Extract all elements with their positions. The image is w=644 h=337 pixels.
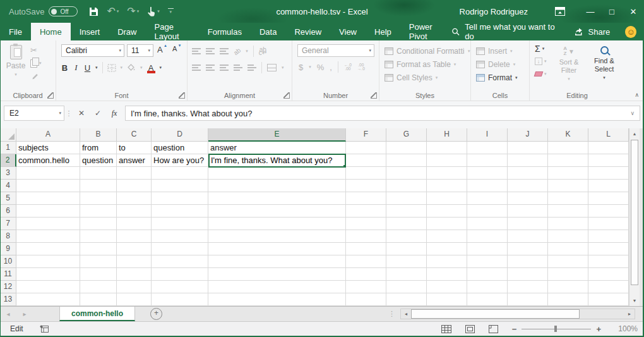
cut-button[interactable]: ✂ xyxy=(30,46,42,54)
fill-button[interactable]: ↓ ▾ xyxy=(535,57,547,66)
column-header-B[interactable]: B xyxy=(80,128,117,142)
bottom-align-button[interactable] xyxy=(220,48,229,55)
merge-center-button[interactable] xyxy=(267,64,277,71)
decrease-indent-button[interactable] xyxy=(234,64,242,71)
cell-I13[interactable] xyxy=(467,293,508,306)
middle-align-button[interactable] xyxy=(206,48,215,55)
collapse-ribbon-icon[interactable]: ∧ xyxy=(635,92,639,98)
cell-J5[interactable] xyxy=(508,192,548,205)
bold-button[interactable]: B xyxy=(61,63,68,73)
cell-F9[interactable] xyxy=(346,243,386,255)
cell-E10[interactable] xyxy=(208,255,346,268)
cell-D12[interactable] xyxy=(152,281,208,293)
row-header-1[interactable]: 1 xyxy=(0,142,16,154)
cell-C7[interactable] xyxy=(117,218,152,230)
cell-L7[interactable] xyxy=(588,218,629,230)
cell-C11[interactable] xyxy=(117,268,152,281)
customize-qat-button[interactable]: ▾ xyxy=(168,8,174,15)
cell-E4[interactable] xyxy=(208,180,346,192)
cell-I7[interactable] xyxy=(467,218,508,230)
cell-H3[interactable] xyxy=(427,167,467,180)
cell-A7[interactable] xyxy=(16,218,80,230)
formula-input[interactable]: I'm fine, thanks. What about you? ∨ xyxy=(125,106,640,121)
row-header-6[interactable]: 6 xyxy=(0,205,16,218)
zoom-out-button[interactable]: − xyxy=(512,324,517,334)
cell-C12[interactable] xyxy=(117,281,152,293)
cell-K6[interactable] xyxy=(548,205,588,218)
scroll-down-icon[interactable]: ▾ xyxy=(629,295,640,306)
cell-H1[interactable] xyxy=(427,142,467,154)
sort-filter-button[interactable]: AZ ▼ Sort & Filter ▾ xyxy=(552,44,585,83)
italic-button[interactable]: I xyxy=(73,63,80,73)
insert-function-button[interactable]: fx xyxy=(106,109,122,118)
select-all-button[interactable] xyxy=(0,128,16,142)
cell-I2[interactable] xyxy=(467,154,508,167)
ribbon-display-options-button[interactable] xyxy=(549,0,571,23)
shrink-font-button[interactable]: A▾ xyxy=(172,45,177,52)
copy-button[interactable]: ▾ xyxy=(30,59,42,68)
cancel-button[interactable]: ✕ xyxy=(73,109,90,118)
enter-button[interactable]: ✓ xyxy=(90,109,106,118)
horizontal-scrollbar[interactable]: ◂ ▸ xyxy=(400,309,635,319)
cell-E8[interactable] xyxy=(208,230,346,243)
row-header-8[interactable]: 8 xyxy=(0,230,16,243)
row-header-12[interactable]: 12 xyxy=(0,281,16,293)
cell-C10[interactable] xyxy=(117,255,152,268)
normal-view-button[interactable] xyxy=(441,325,451,333)
cell-H9[interactable] xyxy=(427,243,467,255)
horizontal-scrollbar-track[interactable] xyxy=(411,309,624,319)
next-sheet-icon[interactable]: ▸ xyxy=(16,307,33,321)
cell-G9[interactable] xyxy=(386,243,427,255)
column-header-K[interactable]: K xyxy=(548,128,588,142)
underline-button[interactable]: U xyxy=(84,63,91,73)
cell-J9[interactable] xyxy=(508,243,548,255)
delete-cells-button[interactable]: Delete ▾ xyxy=(471,58,529,71)
cell-J11[interactable] xyxy=(508,268,548,281)
align-left-button[interactable] xyxy=(192,64,201,71)
cell-D7[interactable] xyxy=(152,218,208,230)
cell-A2[interactable]: common.hello xyxy=(16,154,80,167)
tab-view[interactable]: View xyxy=(330,23,366,40)
new-sheet-button[interactable]: + xyxy=(150,308,162,320)
font-size-select[interactable]: 11 ▾ xyxy=(127,44,153,57)
font-color-button[interactable]: A xyxy=(147,63,155,73)
tab-page-layout[interactable]: Page Layout xyxy=(146,23,199,40)
cell-I12[interactable] xyxy=(467,281,508,293)
cell-L8[interactable] xyxy=(588,230,629,243)
cell-I6[interactable] xyxy=(467,205,508,218)
cell-B6[interactable] xyxy=(80,205,117,218)
clipboard-dialog-launcher[interactable] xyxy=(47,92,54,99)
cell-G2[interactable] xyxy=(386,154,427,167)
column-header-I[interactable]: I xyxy=(467,128,508,142)
cell-G7[interactable] xyxy=(386,218,427,230)
cell-L5[interactable] xyxy=(588,192,629,205)
cell-J8[interactable] xyxy=(508,230,548,243)
wrap-text-button[interactable]: abc↵ xyxy=(259,48,267,54)
cell-C5[interactable] xyxy=(117,192,152,205)
cell-L11[interactable] xyxy=(588,268,629,281)
cell-G11[interactable] xyxy=(386,268,427,281)
cell-J7[interactable] xyxy=(508,218,548,230)
cell-B4[interactable] xyxy=(80,180,117,192)
cell-D11[interactable] xyxy=(152,268,208,281)
conditional-formatting-button[interactable]: Conditional Formatting ▾ xyxy=(379,44,470,58)
cell-K2[interactable] xyxy=(548,154,588,167)
scroll-left-icon[interactable]: ◂ xyxy=(401,311,411,317)
name-box[interactable]: E2 ▾ xyxy=(4,106,64,121)
decrease-decimal-button[interactable]: .00→.0 xyxy=(357,63,365,71)
cell-F11[interactable] xyxy=(346,268,386,281)
cell-B11[interactable] xyxy=(80,268,117,281)
column-header-A[interactable]: A xyxy=(16,128,80,142)
font-dialog-launcher[interactable] xyxy=(179,92,185,99)
zoom-slider-thumb[interactable] xyxy=(554,326,557,332)
row-header-10[interactable]: 10 xyxy=(0,255,16,268)
cell-A1[interactable]: subjects xyxy=(16,142,80,154)
vertical-scrollbar[interactable]: ▴ ▾ xyxy=(629,128,640,306)
cell-H13[interactable] xyxy=(427,293,467,306)
cell-F7[interactable] xyxy=(346,218,386,230)
find-select-button[interactable]: Find & Select ▾ xyxy=(588,44,621,82)
cell-G3[interactable] xyxy=(386,167,427,180)
cell-F10[interactable] xyxy=(346,255,386,268)
clear-button[interactable]: ▾ xyxy=(535,70,547,78)
tab-home[interactable]: Home xyxy=(31,23,71,40)
